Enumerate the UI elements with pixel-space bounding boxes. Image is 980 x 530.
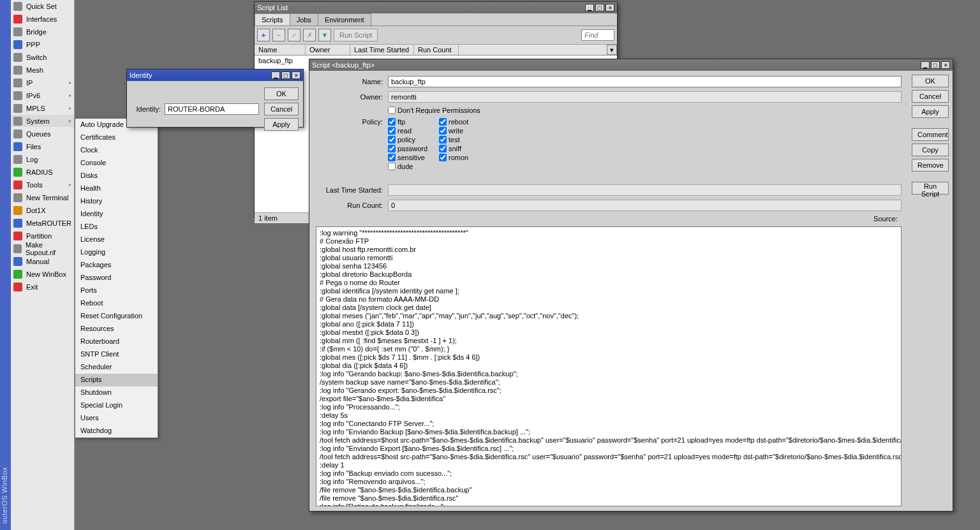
run-script-button[interactable]: Run Script: [334, 29, 378, 41]
tab-scripts[interactable]: Scripts: [255, 13, 290, 26]
close-icon[interactable]: ✕: [292, 71, 301, 79]
submenu-item-console[interactable]: Console: [75, 157, 158, 170]
apply-button[interactable]: Apply: [264, 118, 299, 131]
maximize-icon[interactable]: ▢: [931, 61, 940, 69]
policy-sensitive[interactable]: sensitive: [388, 154, 439, 161]
submenu-item-special-login[interactable]: Special Login: [75, 399, 158, 412]
policy-ftp[interactable]: ftp: [388, 118, 439, 126]
submenu-item-reboot[interactable]: Reboot: [75, 297, 158, 310]
policy-romon[interactable]: romon: [439, 154, 490, 161]
sidebar-item-system[interactable]: System▸: [11, 115, 74, 128]
apply-button[interactable]: Apply: [912, 105, 949, 118]
enable-button[interactable]: ✓: [288, 29, 301, 41]
sidebar-item-files[interactable]: Files: [11, 140, 74, 153]
sidebar-item-queues[interactable]: Queues: [11, 128, 74, 140]
policy-read[interactable]: read: [388, 127, 439, 135]
policy-password[interactable]: password: [388, 145, 439, 152]
sidebar-item-mesh[interactable]: Mesh: [11, 64, 74, 77]
col-runcount[interactable]: Run Count: [414, 45, 459, 55]
policy-policy[interactable]: policy: [388, 136, 439, 144]
sidebar-item-radius[interactable]: RADIUS: [11, 166, 74, 179]
ok-button[interactable]: OK: [912, 75, 949, 87]
sidebar-item-bridge[interactable]: Bridge: [11, 26, 74, 38]
filter-button[interactable]: ▼: [318, 29, 331, 41]
cancel-button[interactable]: Cancel: [264, 103, 299, 115]
add-button[interactable]: +: [257, 29, 270, 41]
submenu-item-health[interactable]: Health: [75, 182, 158, 195]
minimize-icon[interactable]: ▁: [585, 4, 594, 11]
submenu-item-identity[interactable]: Identity: [75, 208, 158, 221]
tab-jobs[interactable]: Jobs: [290, 13, 318, 26]
col-name[interactable]: Name: [255, 45, 306, 55]
col-last[interactable]: Last Time Started: [350, 45, 414, 55]
column-chooser-icon[interactable]: ▾: [607, 45, 617, 55]
run-script-button[interactable]: Run Script: [912, 182, 949, 195]
submenu-item-shutdown[interactable]: Shutdown: [75, 386, 158, 399]
remove-button[interactable]: −: [272, 29, 285, 41]
name-input[interactable]: [388, 76, 902, 87]
sidebar-item-switch[interactable]: Switch: [11, 51, 74, 64]
sidebar-item-mpls[interactable]: MPLS▸: [11, 102, 74, 115]
submenu-item-routerboard[interactable]: Routerboard: [75, 335, 158, 348]
sidebar-item-dot1x[interactable]: Dot1X: [11, 204, 74, 217]
sidebar-item-ppp[interactable]: PPP: [11, 38, 74, 51]
sidebar-item-tools[interactable]: Tools▸: [11, 179, 74, 191]
identity-input[interactable]: [165, 103, 259, 115]
submenu-item-history[interactable]: History: [75, 195, 158, 208]
remove-button[interactable]: Remove: [912, 159, 949, 172]
tab-environment[interactable]: Environment: [318, 13, 371, 26]
maximize-icon[interactable]: ▢: [595, 4, 604, 11]
submenu-item-watchdog[interactable]: Watchdog: [75, 425, 158, 438]
sidebar-item-manual[interactable]: Manual: [11, 255, 74, 268]
source-textarea[interactable]: [316, 226, 902, 506]
col-owner[interactable]: Owner: [306, 45, 350, 55]
close-icon[interactable]: ✕: [941, 61, 950, 69]
sidebar-item-interfaces[interactable]: Interfaces: [11, 13, 74, 26]
submenu-item-password[interactable]: Password: [75, 272, 158, 284]
submenu-item-sntp-client[interactable]: SNTP Client: [75, 348, 158, 361]
identity-label: Identity:: [132, 105, 161, 113]
copy-button[interactable]: Copy: [912, 144, 949, 156]
submenu-item-reset-configuration[interactable]: Reset Configuration: [75, 310, 158, 323]
app-title-strip: outerOS WinBox: [0, 0, 11, 530]
sidebar-item-make-supout-rif[interactable]: Make Supout.rif: [11, 242, 74, 255]
policy-reboot[interactable]: reboot: [439, 118, 490, 126]
sidebar-item-quick-set[interactable]: Quick Set: [11, 0, 74, 13]
cancel-button[interactable]: Cancel: [912, 90, 949, 103]
sidebar-item-ipv6[interactable]: IPv6▸: [11, 89, 74, 102]
close-icon[interactable]: ✕: [605, 4, 614, 11]
submenu-item-scheduler[interactable]: Scheduler: [75, 361, 158, 374]
submenu-item-clock[interactable]: Clock: [75, 144, 158, 157]
policy-dude[interactable]: dude: [388, 163, 439, 170]
sidebar-item-log[interactable]: Log: [11, 153, 74, 166]
comment-button[interactable]: Comment: [912, 128, 949, 141]
submenu-item-license[interactable]: License: [75, 233, 158, 246]
policy-write[interactable]: write: [439, 127, 490, 135]
sidebar-item-metarouter[interactable]: MetaROUTER: [11, 217, 74, 230]
sidebar-item-exit[interactable]: Exit: [11, 281, 74, 293]
submenu-item-packages[interactable]: Packages: [75, 259, 158, 272]
ok-button[interactable]: OK: [264, 87, 299, 100]
submenu-item-logging[interactable]: Logging: [75, 246, 158, 259]
script-editor-titlebar[interactable]: Script <backup_ftp> ▁ ▢ ✕: [309, 59, 953, 71]
script-list-titlebar[interactable]: Script List ▁ ▢ ✕: [255, 2, 617, 13]
submenu-item-users[interactable]: Users: [75, 412, 158, 425]
maximize-icon[interactable]: ▢: [281, 71, 290, 79]
submenu-item-scripts[interactable]: Scripts: [75, 374, 158, 386]
policy-test[interactable]: test: [439, 136, 490, 144]
sidebar-item-new-terminal[interactable]: New Terminal: [11, 191, 74, 204]
sidebar-item-new-winbox[interactable]: New WinBox: [11, 268, 74, 281]
runcount-value: 0: [388, 200, 902, 211]
submenu-item-ports[interactable]: Ports: [75, 284, 158, 297]
minimize-icon[interactable]: ▁: [921, 61, 930, 69]
submenu-item-leds[interactable]: LEDs: [75, 221, 158, 233]
disable-button[interactable]: ✗: [303, 29, 316, 41]
dont-require-checkbox[interactable]: Don't Require Permissions: [388, 107, 480, 114]
find-input[interactable]: [581, 29, 614, 41]
identity-titlebar[interactable]: Identity ▁ ▢ ✕: [127, 70, 303, 81]
submenu-item-disks[interactable]: Disks: [75, 170, 158, 182]
policy-sniff[interactable]: sniff: [439, 145, 490, 152]
minimize-icon[interactable]: ▁: [271, 71, 280, 79]
submenu-item-resources[interactable]: Resources: [75, 323, 158, 335]
sidebar-item-ip[interactable]: IP▸: [11, 77, 74, 89]
